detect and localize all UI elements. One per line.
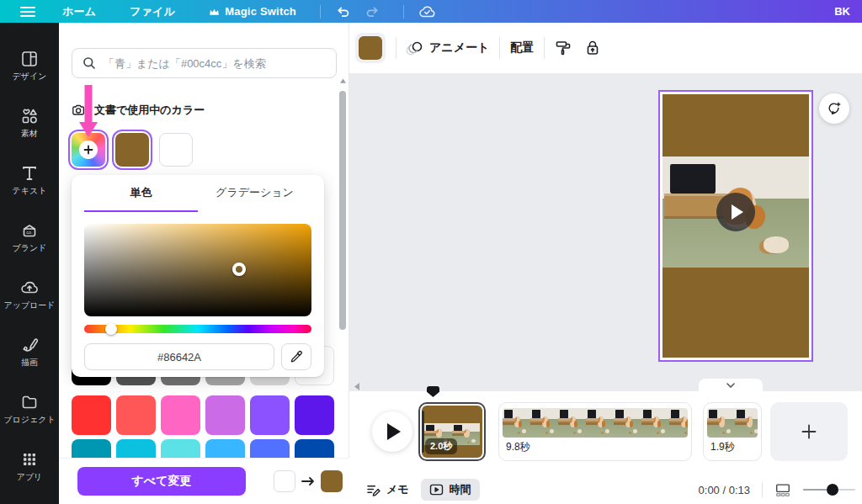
divider bbox=[320, 5, 321, 19]
undo-icon[interactable] bbox=[336, 6, 350, 18]
plus-icon bbox=[79, 141, 98, 159]
color-search-input[interactable] bbox=[104, 57, 326, 70]
divider bbox=[762, 482, 763, 497]
scrollbar-up-arrow[interactable] bbox=[340, 78, 346, 83]
account-avatar[interactable]: BK bbox=[834, 5, 850, 18]
timeline-clip-3[interactable]: 1.9秒 bbox=[703, 402, 762, 461]
add-page-button[interactable] bbox=[770, 402, 848, 461]
lock-icon[interactable] bbox=[585, 40, 600, 56]
projects-icon bbox=[20, 393, 39, 411]
zoom-track-fill bbox=[803, 489, 827, 491]
saturation-area[interactable] bbox=[84, 224, 311, 316]
document-color-white-swatch[interactable] bbox=[159, 133, 193, 167]
panel-bottom-bar: すべて変更 bbox=[59, 459, 349, 504]
video-element[interactable] bbox=[662, 157, 809, 268]
add-color-button[interactable] bbox=[72, 133, 105, 167]
sidebar-item-draw[interactable]: 描画 bbox=[0, 322, 59, 379]
camera-icon bbox=[72, 103, 87, 117]
palette-swatch[interactable] bbox=[72, 395, 111, 435]
color-change-mapping bbox=[274, 470, 343, 492]
clip-duration-label: 9.8秒 bbox=[506, 440, 530, 454]
apps-icon bbox=[20, 450, 39, 469]
palette-swatch[interactable] bbox=[161, 395, 200, 435]
chevron-down-icon bbox=[726, 383, 735, 388]
zoom-slider-thumb[interactable] bbox=[827, 484, 838, 496]
zoom-slider[interactable] bbox=[803, 484, 855, 496]
document-color-brown-swatch[interactable] bbox=[115, 133, 149, 167]
menu-icon[interactable] bbox=[20, 6, 35, 18]
eyedropper-button[interactable] bbox=[281, 343, 311, 370]
hex-row bbox=[84, 343, 311, 370]
sidebar-item-apps[interactable]: アプリ bbox=[0, 437, 59, 494]
eyedropper-icon bbox=[290, 350, 303, 363]
fill-color-swatch bbox=[359, 36, 382, 60]
video-play-button[interactable] bbox=[716, 193, 755, 231]
notes-button[interactable]: メモ bbox=[366, 482, 409, 497]
crown-icon bbox=[209, 8, 220, 16]
to-color-swatch bbox=[321, 470, 343, 492]
trim-handle[interactable] bbox=[422, 411, 424, 453]
sidebar-item-elements[interactable]: 素材 bbox=[0, 93, 59, 151]
brand-icon: co. bbox=[20, 221, 39, 240]
divider bbox=[499, 37, 500, 59]
palette-swatch[interactable] bbox=[205, 395, 245, 435]
cloud-saved-icon[interactable] bbox=[419, 5, 435, 18]
clip-filmstrip bbox=[707, 408, 758, 438]
saturation-marker[interactable] bbox=[232, 263, 246, 276]
timeline-clip-1[interactable]: 2.0秒 bbox=[418, 402, 486, 461]
sidebar-item-upload[interactable]: アップロード bbox=[0, 265, 59, 322]
video-duration-icon bbox=[429, 484, 444, 496]
fill-color-button[interactable] bbox=[355, 33, 386, 63]
panel-scrollbar[interactable] bbox=[339, 91, 346, 330]
section-title: 文書で使用中のカラー bbox=[94, 103, 205, 118]
tab-solid-color[interactable]: 単色 bbox=[84, 175, 198, 212]
comment-plus-icon bbox=[827, 101, 842, 116]
tab-gradient[interactable]: グラデーション bbox=[198, 175, 311, 212]
picker-tabs: 単色 グラデーション bbox=[72, 175, 324, 212]
animate-button[interactable]: アニメート bbox=[407, 40, 489, 56]
change-all-button[interactable]: すべて変更 bbox=[77, 467, 246, 496]
add-comment-button[interactable] bbox=[819, 93, 849, 124]
duration-button[interactable]: 時間 bbox=[421, 479, 480, 501]
plus-icon bbox=[801, 423, 817, 440]
context-toolbar: アニメート 配置 bbox=[349, 23, 862, 73]
palette-swatch[interactable] bbox=[116, 395, 156, 435]
palette-swatch[interactable] bbox=[295, 395, 334, 435]
hex-color-input[interactable] bbox=[84, 343, 274, 370]
top-bar: ホーム ファイル Magic Switch BK bbox=[0, 0, 862, 23]
divider bbox=[544, 37, 545, 59]
divider bbox=[403, 5, 404, 19]
hue-slider-thumb[interactable] bbox=[105, 323, 117, 335]
magic-switch-button[interactable]: Magic Switch bbox=[209, 5, 296, 18]
paint-roller-icon[interactable] bbox=[555, 40, 572, 56]
document-colors-header: 文書で使用中のカラー bbox=[72, 103, 205, 118]
text-icon bbox=[20, 164, 39, 183]
color-search-box bbox=[72, 48, 337, 78]
sidebar-item-design[interactable]: デザイン bbox=[0, 36, 59, 93]
timeline-play-button[interactable] bbox=[372, 411, 412, 452]
search-icon bbox=[82, 56, 96, 70]
hue-slider[interactable] bbox=[84, 325, 311, 333]
timeline-clip-2[interactable]: 9.8秒 bbox=[498, 402, 692, 461]
play-icon bbox=[387, 423, 401, 440]
palette-swatch[interactable] bbox=[250, 395, 290, 435]
color-panel: 文書で使用中のカラー bbox=[59, 23, 349, 504]
animate-icon bbox=[407, 40, 423, 56]
design-page[interactable] bbox=[658, 90, 813, 362]
bottom-bar: メモ 時間 0:00 / 0:13 bbox=[349, 475, 862, 504]
design-icon bbox=[20, 50, 39, 68]
from-color-swatch bbox=[274, 470, 295, 492]
sidebar-item-brand[interactable]: co. ブランド bbox=[0, 208, 59, 265]
chevron-left-icon[interactable] bbox=[354, 383, 359, 390]
file-button[interactable]: ファイル bbox=[130, 4, 175, 19]
timecode: 0:00 / 0:13 bbox=[699, 484, 750, 496]
timeline-collapse-tab[interactable] bbox=[699, 379, 763, 392]
home-button[interactable]: ホーム bbox=[62, 4, 96, 19]
sidebar-item-projects[interactable]: プロジェクト bbox=[0, 379, 59, 437]
side-rail: デザイン 素材 テキスト co. ブランド アップロード 描画 プロジェクト ア bbox=[0, 23, 59, 504]
redo-icon[interactable] bbox=[365, 6, 380, 18]
grid-view-icon[interactable] bbox=[774, 483, 791, 497]
canva-editor: ホーム ファイル Magic Switch BK デザイン 素材 bbox=[0, 0, 862, 504]
arrange-button[interactable]: 配置 bbox=[510, 40, 534, 56]
sidebar-item-text[interactable]: テキスト bbox=[0, 151, 59, 208]
